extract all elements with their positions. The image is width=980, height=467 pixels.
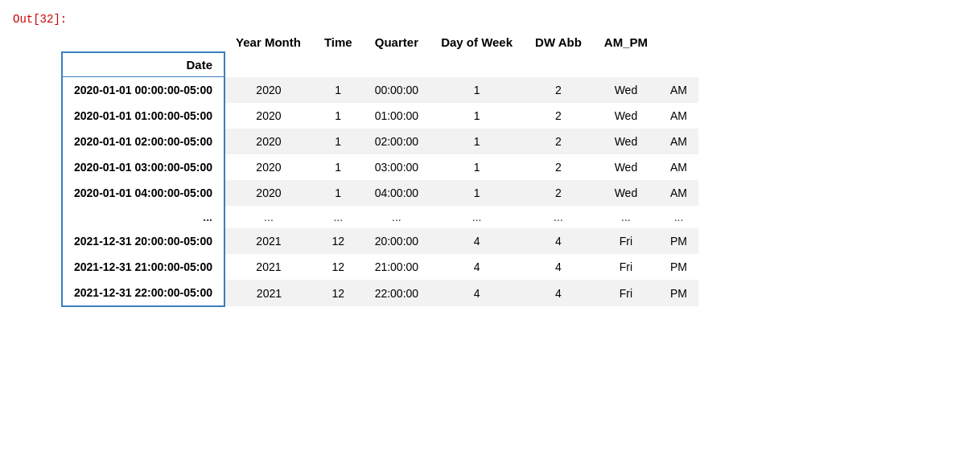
quarter-col-header: Quarter <box>364 32 430 52</box>
data-cell: 2 <box>524 103 593 129</box>
table-row: 2020-01-01 00:00:00-05:002020100:00:0012… <box>62 77 698 104</box>
data-cell: PM <box>659 280 698 306</box>
am-pm-col-header: AM_PM <box>593 32 659 52</box>
day-of-week-col-header: Day of Week <box>430 32 524 52</box>
data-cell: 01:00:00 <box>364 103 430 129</box>
data-cell: PM <box>659 254 698 280</box>
data-cell: 12 <box>313 228 364 254</box>
data-cell: 1 <box>430 103 524 129</box>
output-label: Out[32]: <box>13 13 967 26</box>
data-cell: 1 <box>313 129 364 154</box>
data-cell: 1 <box>430 180 524 206</box>
data-cell: 1 <box>313 180 364 206</box>
table-wrapper: Year Month Time Quarter Day of Week DW A… <box>61 32 967 307</box>
index-cell: 2020-01-01 03:00:00-05:00 <box>62 154 224 180</box>
index-cell: 2020-01-01 01:00:00-05:00 <box>62 103 224 129</box>
index-header-row: Date <box>62 52 698 77</box>
data-cell: 2 <box>524 129 593 154</box>
data-cell: AM <box>659 180 698 206</box>
table-row: 2020-01-01 01:00:00-05:002020101:00:0012… <box>62 103 698 129</box>
data-cell: 4 <box>524 228 593 254</box>
data-cell: 2021 <box>224 254 313 280</box>
data-cell: 1 <box>313 154 364 180</box>
data-cell: Fri <box>593 228 659 254</box>
data-cell: ... <box>364 206 430 228</box>
data-cell: Wed <box>593 77 659 104</box>
data-cell: Wed <box>593 154 659 180</box>
data-cell: 4 <box>430 254 524 280</box>
date-col-header <box>62 32 224 52</box>
data-cell: 12 <box>313 280 364 306</box>
data-cell: 2020 <box>224 77 313 104</box>
data-cell: ... <box>659 206 698 228</box>
table-row: 2020-01-01 02:00:00-05:002020102:00:0012… <box>62 129 698 154</box>
table-row: 2020-01-01 03:00:00-05:002020103:00:0012… <box>62 154 698 180</box>
data-cell: AM <box>659 77 698 104</box>
data-cell: 2020 <box>224 154 313 180</box>
index-cell: 2020-01-01 02:00:00-05:00 <box>62 129 224 154</box>
data-cell: ... <box>430 206 524 228</box>
data-cell: 20:00:00 <box>364 228 430 254</box>
data-cell: ... <box>224 206 313 228</box>
data-cell: Wed <box>593 129 659 154</box>
time-col-header: Time <box>313 32 364 52</box>
table-row: 2021-12-31 22:00:00-05:0020211222:00:004… <box>62 280 698 306</box>
data-cell: 4 <box>430 228 524 254</box>
data-cell: 1 <box>430 154 524 180</box>
data-cell: 12 <box>313 254 364 280</box>
data-cell: AM <box>659 103 698 129</box>
data-cell: 2021 <box>224 228 313 254</box>
data-cell: 4 <box>524 254 593 280</box>
data-cell: 2021 <box>224 280 313 306</box>
dataframe-table: Year Month Time Quarter Day of Week DW A… <box>61 32 699 307</box>
data-cell: 02:00:00 <box>364 129 430 154</box>
data-cell: 04:00:00 <box>364 180 430 206</box>
data-cell: Fri <box>593 254 659 280</box>
data-cell: 1 <box>430 77 524 104</box>
data-cell: 2020 <box>224 103 313 129</box>
data-cell: 2020 <box>224 129 313 154</box>
data-cell: ... <box>524 206 593 228</box>
data-cell: 1 <box>313 77 364 104</box>
data-cell: ... <box>313 206 364 228</box>
data-cell: 2 <box>524 77 593 104</box>
data-cell: PM <box>659 228 698 254</box>
data-cell: 03:00:00 <box>364 154 430 180</box>
index-cell: 2020-01-01 04:00:00-05:00 <box>62 180 224 206</box>
data-cell: Wed <box>593 103 659 129</box>
data-cell: 4 <box>524 280 593 306</box>
data-cell: 22:00:00 <box>364 280 430 306</box>
data-cell: 2 <box>524 180 593 206</box>
ellipsis-row: ........................ <box>62 206 698 228</box>
data-cell: ... <box>593 206 659 228</box>
column-headers-row: Year Month Time Quarter Day of Week DW A… <box>62 32 698 52</box>
table-row: 2021-12-31 21:00:00-05:0020211221:00:004… <box>62 254 698 280</box>
dw-abb-col-header: DW Abb <box>524 32 593 52</box>
data-cell: Wed <box>593 180 659 206</box>
data-cell: AM <box>659 154 698 180</box>
data-cell: Fri <box>593 280 659 306</box>
data-cell: 1 <box>313 103 364 129</box>
year-month-col-header: Year Month <box>224 32 313 52</box>
table-body: 2020-01-01 00:00:00-05:002020100:00:0012… <box>62 77 698 307</box>
data-cell: 2 <box>524 154 593 180</box>
data-cell: 1 <box>430 129 524 154</box>
data-cell: 2020 <box>224 180 313 206</box>
index-cell: 2020-01-01 00:00:00-05:00 <box>62 77 224 104</box>
table-row: 2020-01-01 04:00:00-05:002020104:00:0012… <box>62 180 698 206</box>
table-row: 2021-12-31 20:00:00-05:0020211220:00:004… <box>62 228 698 254</box>
data-cell: 21:00:00 <box>364 254 430 280</box>
data-cell: 4 <box>430 280 524 306</box>
data-cell: 00:00:00 <box>364 77 430 104</box>
index-cell: 2021-12-31 20:00:00-05:00 <box>62 228 224 254</box>
index-cell: 2021-12-31 21:00:00-05:00 <box>62 254 224 280</box>
index-header: Date <box>62 52 224 77</box>
data-cell: AM <box>659 129 698 154</box>
index-cell: 2021-12-31 22:00:00-05:00 <box>62 280 224 306</box>
index-cell: ... <box>62 206 224 228</box>
